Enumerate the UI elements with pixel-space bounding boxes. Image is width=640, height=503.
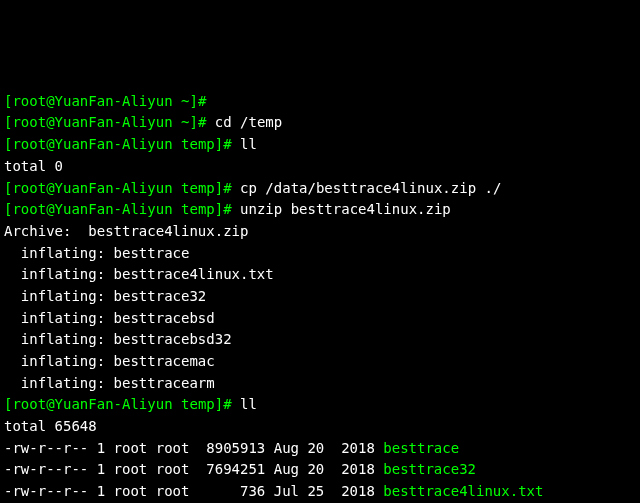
user-host: root@YuanFan-Aliyun xyxy=(12,93,172,109)
prompt-hash: # xyxy=(223,136,231,152)
cwd: temp xyxy=(173,201,215,217)
inflate-line: inflating: besttrace xyxy=(4,243,636,265)
cwd: temp xyxy=(173,180,215,196)
user-host: root@YuanFan-Aliyun xyxy=(12,180,172,196)
ls-meta: -rw-r--r-- 1 root root 8905913 Aug 20 20… xyxy=(4,440,383,456)
total-line: total 65648 xyxy=(4,416,636,438)
ls-filename: besttrace4linux.txt xyxy=(383,483,543,499)
prompt-line: [root@YuanFan-Aliyun temp]# ll xyxy=(4,394,636,416)
prompt-line: [root@YuanFan-Aliyun temp]# ll xyxy=(4,134,636,156)
bracket-close: ] xyxy=(189,114,197,130)
bracket-close: ] xyxy=(189,93,197,109)
command-text: ll xyxy=(232,136,257,152)
user-host: root@YuanFan-Aliyun xyxy=(12,114,172,130)
prompt-hash: # xyxy=(223,396,231,412)
bracket-close: ] xyxy=(215,180,223,196)
cwd: ~ xyxy=(173,114,190,130)
ls-entry: -rw-r--r-- 1 root root 7694251 Aug 20 20… xyxy=(4,459,636,481)
prompt-hash: # xyxy=(223,201,231,217)
prompt-line: [root@YuanFan-Aliyun ~]# xyxy=(4,91,636,113)
inflate-line: inflating: besttracearm xyxy=(4,373,636,395)
prompt-hash: # xyxy=(198,93,206,109)
bracket-close: ] xyxy=(215,396,223,412)
ls-entry: -rw-r--r-- 1 root root 8905913 Aug 20 20… xyxy=(4,438,636,460)
bracket-close: ] xyxy=(215,136,223,152)
inflate-line: inflating: besttracemac xyxy=(4,351,636,373)
inflate-line: inflating: besttracebsd32 xyxy=(4,329,636,351)
user-host: root@YuanFan-Aliyun xyxy=(12,136,172,152)
ls-entry: -rw-r--r-- 1 root root 736 Jul 25 2018 b… xyxy=(4,481,636,503)
ls-filename: besttrace xyxy=(383,440,459,456)
ls-meta: -rw-r--r-- 1 root root 736 Jul 25 2018 xyxy=(4,483,383,499)
bracket-close: ] xyxy=(215,201,223,217)
ls-meta: -rw-r--r-- 1 root root 7694251 Aug 20 20… xyxy=(4,461,383,477)
command-text: unzip besttrace4linux.zip xyxy=(232,201,451,217)
cwd: ~ xyxy=(173,93,190,109)
prompt-hash: # xyxy=(223,180,231,196)
inflate-line: inflating: besttracebsd xyxy=(4,308,636,330)
archive-line: Archive: besttrace4linux.zip xyxy=(4,221,636,243)
terminal-output[interactable]: [root@YuanFan-Aliyun ~]#[root@YuanFan-Al… xyxy=(4,91,636,503)
cwd: temp xyxy=(173,136,215,152)
command-text: cd /temp xyxy=(206,114,282,130)
user-host: root@YuanFan-Aliyun xyxy=(12,201,172,217)
command-text: cp /data/besttrace4linux.zip ./ xyxy=(232,180,502,196)
cwd: temp xyxy=(173,396,215,412)
command-text: ll xyxy=(232,396,257,412)
total-line: total 0 xyxy=(4,156,636,178)
prompt-line: [root@YuanFan-Aliyun ~]# cd /temp xyxy=(4,112,636,134)
inflate-line: inflating: besttrace4linux.txt xyxy=(4,264,636,286)
ls-filename: besttrace32 xyxy=(383,461,476,477)
prompt-line: [root@YuanFan-Aliyun temp]# cp /data/bes… xyxy=(4,178,636,200)
user-host: root@YuanFan-Aliyun xyxy=(12,396,172,412)
inflate-line: inflating: besttrace32 xyxy=(4,286,636,308)
prompt-line: [root@YuanFan-Aliyun temp]# unzip besttr… xyxy=(4,199,636,221)
